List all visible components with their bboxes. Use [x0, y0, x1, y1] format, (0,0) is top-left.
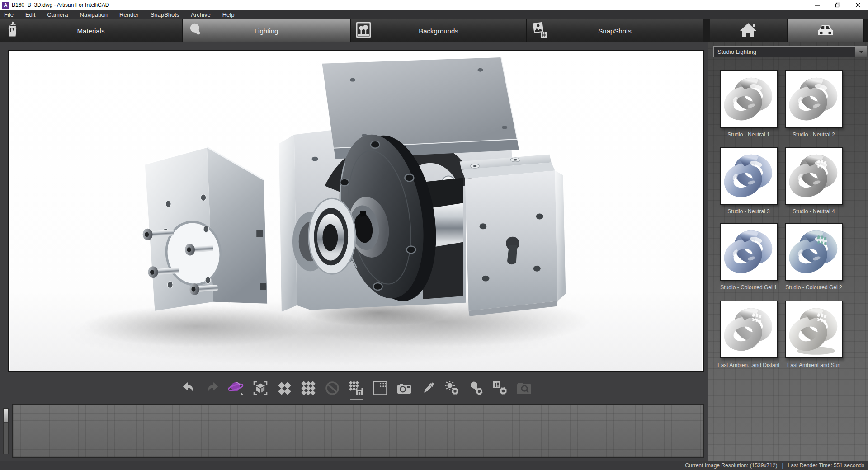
- redo-button[interactable]: [203, 379, 222, 400]
- status-render-time: Last Render Time: 551 seconds: [788, 462, 864, 469]
- zoom-slider-handle[interactable]: [4, 409, 8, 423]
- light-settings-icon: [468, 380, 484, 398]
- preset-thumbnail[interactable]: [720, 70, 778, 128]
- status-bar: Current Image Resolution: (1539x712) | L…: [0, 461, 868, 470]
- preset-thumbnail[interactable]: [785, 223, 843, 281]
- render-viewport[interactable]: [8, 50, 704, 372]
- pattern-small-button[interactable]: [275, 379, 293, 400]
- eyedropper-button[interactable]: [419, 379, 437, 400]
- minimize-button[interactable]: [807, 0, 827, 10]
- background-settings-button[interactable]: [491, 379, 509, 400]
- paint-bucket-icon: [5, 22, 20, 40]
- tab-materials[interactable]: Materials: [0, 19, 183, 42]
- render-region-icon: [372, 380, 388, 398]
- close-button[interactable]: [848, 0, 868, 10]
- save-image-icon: [348, 380, 364, 398]
- preset-label: Studio - Coloured Gel 2: [780, 284, 848, 291]
- background-image-icon: [356, 22, 371, 40]
- render-planet-button[interactable]: [227, 379, 245, 400]
- cancel-render-icon: [324, 380, 340, 398]
- tab-car[interactable]: [788, 19, 864, 42]
- zoom-slider[interactable]: [3, 408, 9, 454]
- menu-item-edit[interactable]: Edit: [19, 10, 41, 19]
- save-image-button[interactable]: [347, 379, 365, 400]
- preset-label: Studio - Coloured Gel 1: [715, 284, 783, 291]
- lighting-presets-panel: Studio Lighting Studio - Neutral 1 Studi…: [708, 42, 868, 461]
- preset-thumbnail[interactable]: [785, 301, 843, 358]
- eyedropper-icon: [420, 380, 436, 398]
- menu-item-snapshots[interactable]: SnapShots: [145, 10, 185, 19]
- car-icon: [816, 22, 835, 39]
- tab-home[interactable]: [710, 19, 788, 42]
- preset-label: Fast Ambient and Sun: [780, 362, 848, 368]
- menu-item-navigation[interactable]: Navigation: [74, 10, 113, 19]
- render-planet-icon: [228, 380, 245, 398]
- preset-thumbnail[interactable]: [785, 70, 843, 128]
- tab-lighting[interactable]: Lighting: [183, 19, 351, 42]
- title-bar: A B160_B_3D.dwg - Artisan For IntelliCAD: [0, 0, 868, 10]
- menu-item-camera[interactable]: Camera: [41, 10, 74, 19]
- undo-icon: [181, 381, 196, 398]
- tab-snapshots[interactable]: SnapShots: [527, 19, 703, 42]
- tab-bar: Materials Lighting Backgrounds SnapShots: [0, 19, 868, 42]
- light-bulb-icon: [188, 21, 204, 40]
- application-window: A B160_B_3D.dwg - Artisan For IntelliCAD…: [0, 0, 868, 470]
- status-separator: |: [782, 462, 783, 469]
- pattern-small-icon: [276, 380, 292, 398]
- background-settings-icon: [491, 380, 509, 398]
- preset-label: Fast Ambien...and Distant: [715, 362, 783, 368]
- cancel-render-button[interactable]: [323, 379, 341, 400]
- menu-item-archive[interactable]: Archive: [185, 10, 216, 19]
- snapshot-stack-icon: [532, 21, 548, 40]
- render-toolbar: [8, 375, 704, 403]
- menu-item-help[interactable]: Help: [217, 10, 241, 19]
- tab-backgrounds[interactable]: Backgrounds: [351, 19, 527, 42]
- menu-item-file[interactable]: File: [0, 10, 19, 19]
- menu-item-render[interactable]: Render: [113, 10, 145, 19]
- light-settings-button[interactable]: [467, 379, 485, 400]
- preset-label: Studio - Neutral 1: [715, 132, 783, 138]
- render-region-button[interactable]: [371, 379, 389, 400]
- menu-bar: FileEditCameraNavigationRenderSnapShotsA…: [0, 10, 868, 19]
- sun-settings-icon: [444, 380, 460, 398]
- redo-icon: [205, 381, 220, 398]
- undo-button[interactable]: [179, 379, 198, 400]
- preset-thumbnail[interactable]: [785, 147, 843, 205]
- pattern-large-icon: [300, 380, 316, 398]
- tab-label: Backgrounds: [351, 27, 526, 35]
- pattern-large-button[interactable]: [299, 379, 317, 400]
- window-title: B160_B_3D.dwg - Artisan For IntelliCAD: [12, 2, 109, 8]
- preset-thumbnail[interactable]: [720, 147, 778, 205]
- app-logo-icon: A: [2, 2, 9, 9]
- preview-search-button[interactable]: [515, 379, 533, 400]
- snapshot-camera-icon: [396, 381, 413, 398]
- preset-label: Studio - Neutral 3: [715, 208, 783, 215]
- render-object-button[interactable]: [251, 379, 269, 400]
- tab-label: Materials: [0, 27, 182, 35]
- home-icon: [739, 22, 757, 40]
- message-panel: [12, 404, 704, 458]
- chevron-down-icon[interactable]: [855, 47, 867, 57]
- tab-spacer: [703, 19, 710, 42]
- tab-label: Lighting: [183, 27, 350, 35]
- preview-search-icon: [515, 381, 533, 398]
- status-resolution: Current Image Resolution: (1539x712): [685, 462, 777, 469]
- preset-label: Studio - Neutral 2: [780, 132, 848, 138]
- preset-thumbnail[interactable]: [720, 223, 778, 281]
- render-object-icon: [252, 381, 269, 398]
- preset-thumbnail[interactable]: [720, 301, 778, 358]
- dropdown-value: Studio Lighting: [714, 48, 855, 55]
- render-3d-model: [9, 51, 703, 371]
- restore-button[interactable]: [827, 0, 848, 10]
- snapshot-camera-button[interactable]: [395, 379, 413, 400]
- tab-label: SnapShots: [527, 27, 703, 35]
- sun-settings-button[interactable]: [443, 379, 461, 400]
- lighting-category-dropdown[interactable]: Studio Lighting: [713, 46, 867, 57]
- preset-label: Studio - Neutral 4: [780, 208, 848, 215]
